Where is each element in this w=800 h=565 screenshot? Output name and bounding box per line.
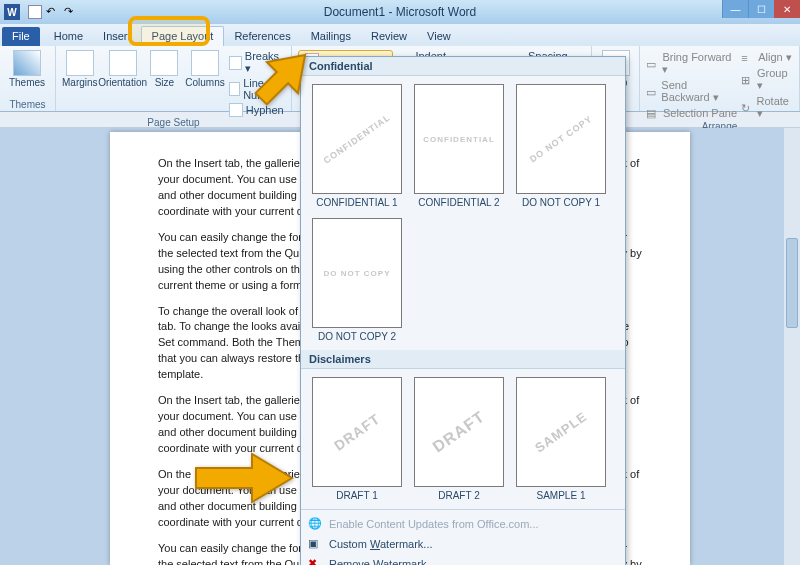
watermark-text: SAMPLE <box>532 409 590 456</box>
columns-icon <box>191 50 219 76</box>
watermark-icon: ▣ <box>308 537 322 551</box>
watermark-text: CONFIDENTIAL <box>423 135 495 144</box>
send-backward-icon: ▭ <box>646 86 658 98</box>
arrow-to-custom-watermark <box>188 448 298 510</box>
save-icon[interactable] <box>28 5 42 19</box>
group-arrange: ▭Bring Forward ▾ ▭Send Backward ▾ ▤Selec… <box>640 46 800 111</box>
gallery-caption: DO NOT COPY 2 <box>318 331 396 342</box>
gallery-menu: 🌐Enable Content Updates from Office.com.… <box>301 509 625 565</box>
vertical-scrollbar[interactable] <box>784 128 800 565</box>
minimize-button[interactable]: — <box>722 0 748 18</box>
watermark-text: CONFIDENTIAL <box>322 112 392 166</box>
rotate-icon: ↻ <box>741 102 753 114</box>
group-button[interactable]: ⊞Group ▾ <box>741 66 793 93</box>
themes-icon <box>13 50 41 76</box>
gallery-section-header: Confidential <box>301 57 625 76</box>
gallery-thumb: DRAFT <box>414 377 504 487</box>
scrollbar-thumb[interactable] <box>786 238 798 328</box>
selection-pane-icon: ▤ <box>646 107 660 119</box>
gallery-grid-disclaimers: DRAFTDRAFT 1DRAFTDRAFT 2SAMPLESAMPLE 1 <box>301 369 625 509</box>
gallery-thumb: CONFIDENTIAL <box>414 84 504 194</box>
columns-button[interactable]: Columns <box>185 50 224 88</box>
gallery-caption: SAMPLE 1 <box>537 490 586 501</box>
tab-home[interactable]: Home <box>44 27 93 46</box>
highlight-page-layout-tab <box>128 16 210 46</box>
gallery-thumb: SAMPLE <box>516 377 606 487</box>
gallery-item[interactable]: DRAFTDRAFT 1 <box>311 377 403 501</box>
gallery-caption: CONFIDENTIAL 2 <box>418 197 499 208</box>
gallery-thumb: DRAFT <box>312 377 402 487</box>
gallery-thumb: DO NOT COPY <box>516 84 606 194</box>
size-button[interactable]: Size <box>148 50 182 88</box>
gallery-item[interactable]: DO NOT COPYDO NOT COPY 1 <box>515 84 607 208</box>
gallery-item[interactable]: DRAFTDRAFT 2 <box>413 377 505 501</box>
menu-custom-watermark[interactable]: ▣Custom Watermark... <box>301 534 625 554</box>
gallery-caption: DO NOT COPY 1 <box>522 197 600 208</box>
align-icon: ≡ <box>741 52 755 64</box>
themes-button[interactable]: Themes <box>6 50 48 88</box>
gallery-item[interactable]: DO NOT COPYDO NOT COPY 2 <box>311 218 403 342</box>
align-button[interactable]: ≡Align ▾ <box>741 50 793 65</box>
tab-review[interactable]: Review <box>361 27 417 46</box>
bring-forward-icon: ▭ <box>646 58 659 70</box>
globe-icon: 🌐 <box>308 517 322 531</box>
group-icon: ⊞ <box>741 74 754 86</box>
watermark-text: DO NOT COPY <box>528 114 594 165</box>
watermark-text: DRAFT <box>430 408 489 457</box>
window-controls: — ☐ ✕ <box>722 0 800 18</box>
undo-icon[interactable]: ↶ <box>46 5 60 19</box>
watermark-text: DRAFT <box>331 410 383 453</box>
bring-forward-button[interactable]: ▭Bring Forward ▾ <box>646 50 737 77</box>
window-title: Document1 - Microsoft Word <box>324 5 477 19</box>
menu-enable-updates: 🌐Enable Content Updates from Office.com.… <box>301 514 625 534</box>
close-button[interactable]: ✕ <box>774 0 800 18</box>
gallery-caption: DRAFT 1 <box>336 490 378 501</box>
watermark-text: DO NOT COPY <box>323 269 390 278</box>
orientation-icon <box>109 50 137 76</box>
gallery-item[interactable]: CONFIDENTIALCONFIDENTIAL 2 <box>413 84 505 208</box>
tab-file[interactable]: File <box>2 27 40 46</box>
gallery-caption: DRAFT 2 <box>438 490 480 501</box>
send-backward-button[interactable]: ▭Send Backward ▾ <box>646 78 737 105</box>
gallery-item[interactable]: SAMPLESAMPLE 1 <box>515 377 607 501</box>
gallery-section-header: Disclaimers <box>301 350 625 369</box>
titlebar: W ↶ ↷ Document1 - Microsoft Word — ☐ ✕ <box>0 0 800 24</box>
selection-pane-button[interactable]: ▤Selection Pane <box>646 106 737 120</box>
rotate-button[interactable]: ↻Rotate ▾ <box>741 94 793 121</box>
ribbon-tabs: File Home Insert Page Layout References … <box>0 24 800 46</box>
quick-access-toolbar: ↶ ↷ <box>24 5 78 19</box>
menu-remove-watermark[interactable]: ✖Remove Watermark <box>301 554 625 565</box>
word-icon: W <box>4 4 20 20</box>
watermark-gallery: Confidential CONFIDENTIALCONFIDENTIAL 1C… <box>300 56 626 565</box>
gallery-caption: CONFIDENTIAL 1 <box>316 197 397 208</box>
remove-icon: ✖ <box>308 557 322 565</box>
size-icon <box>150 50 178 76</box>
orientation-button[interactable]: Orientation <box>102 50 144 88</box>
arrow-to-watermark <box>235 33 327 127</box>
group-themes: Themes Themes <box>0 46 56 111</box>
gallery-thumb: DO NOT COPY <box>312 218 402 328</box>
redo-icon[interactable]: ↷ <box>64 5 78 19</box>
maximize-button[interactable]: ☐ <box>748 0 774 18</box>
tab-view[interactable]: View <box>417 27 461 46</box>
margins-button[interactable]: Margins <box>62 50 98 88</box>
margins-icon <box>66 50 94 76</box>
gallery-grid-confidential: CONFIDENTIALCONFIDENTIAL 1CONFIDENTIALCO… <box>301 76 625 350</box>
